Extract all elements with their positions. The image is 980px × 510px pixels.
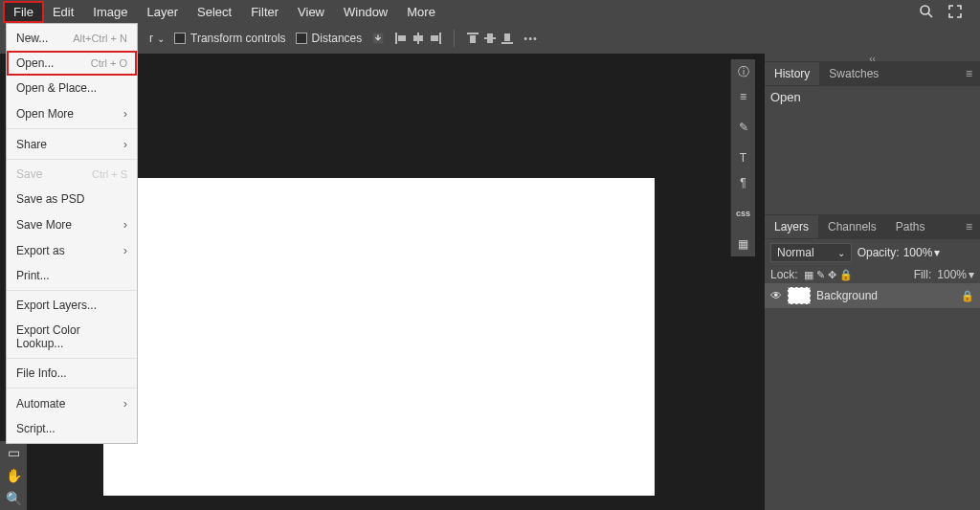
lock-all-icon[interactable]: 🔒 — [839, 269, 853, 281]
transform-controls-toggle[interactable]: Transform controls — [174, 32, 286, 45]
file-menu-item-label: Open & Place... — [16, 81, 97, 95]
fill-label: Fill: — [914, 268, 932, 281]
file-menu-item-label: Share — [16, 138, 47, 151]
menu-image[interactable]: Image — [83, 2, 137, 22]
search-icon[interactable] — [919, 4, 947, 19]
lock-position-icon[interactable]: ✥ — [828, 269, 836, 281]
svg-line-1 — [928, 13, 932, 17]
fill-control[interactable]: 100% ▾ — [937, 268, 974, 281]
menu-window[interactable]: Window — [334, 2, 397, 22]
tool-zoom-icon[interactable]: 🔍 — [0, 487, 27, 510]
fullscreen-icon[interactable] — [947, 4, 976, 19]
lock-icon: 🔒 — [961, 290, 974, 302]
layer-controls-row: Normal ⌄ Opacity: 100% ▾ — [765, 239, 980, 266]
history-panel-menu-icon[interactable]: ≡ — [958, 67, 980, 80]
lock-transparency-icon[interactable]: ▦ — [804, 269, 813, 281]
menu-file[interactable]: File — [4, 2, 43, 22]
layers-panel-menu-icon[interactable]: ≡ — [958, 220, 980, 233]
layers-list: 👁 Background 🔒 — [765, 283, 980, 510]
right-panels: ‹‹ History Swatches ≡ Open Layers Channe… — [765, 54, 980, 510]
file-menu-item[interactable]: New...Alt+Ctrl + N — [7, 26, 137, 51]
lock-label: Lock: — [770, 268, 798, 281]
file-menu-item[interactable]: Open & Place... — [7, 76, 137, 100]
info-icon[interactable]: ⓘ — [731, 59, 755, 84]
file-menu-item: SaveCtrl + S — [7, 162, 137, 187]
file-menu-item-label: Save as PSD — [16, 192, 84, 206]
layer-thumbnail[interactable] — [788, 287, 811, 304]
svg-point-0 — [921, 6, 929, 14]
history-item[interactable]: Open — [770, 90, 974, 104]
file-menu-item[interactable]: Script... — [7, 416, 137, 441]
align-center-h-icon[interactable] — [412, 32, 425, 45]
thumbnail-icon[interactable]: ▦ — [731, 232, 755, 256]
tab-history[interactable]: History — [765, 62, 819, 85]
more-options-icon[interactable]: ••• — [523, 33, 538, 44]
layer-name: Background — [816, 289, 955, 302]
file-menu-item-label: Export Layers... — [16, 299, 97, 312]
history-panel-tabs: History Swatches ≡ — [765, 61, 980, 86]
file-menu-item-label: Script... — [16, 422, 56, 435]
svg-rect-7 — [439, 33, 441, 44]
paragraph-icon[interactable]: ¶ — [731, 170, 755, 195]
file-menu-item-label: File Info... — [16, 366, 67, 380]
file-menu-item[interactable]: Automate — [7, 390, 137, 416]
menu-view[interactable]: View — [288, 2, 334, 22]
options-bar: r ⌄ Transform controls Distances ••• — [0, 23, 980, 54]
align-right-icon[interactable] — [429, 32, 442, 45]
menu-more[interactable]: More — [397, 2, 445, 22]
tool-rectangle-icon[interactable]: ▭ — [0, 441, 27, 464]
text-icon[interactable]: T — [731, 145, 755, 170]
brush-icon[interactable]: ✎ — [731, 115, 755, 140]
file-menu-item[interactable]: Open...Ctrl + O — [7, 51, 137, 76]
file-menu-item[interactable]: File Info... — [7, 361, 137, 386]
lock-pixels-icon[interactable]: ✎ — [816, 269, 825, 281]
file-menu-item[interactable]: Export Layers... — [7, 293, 137, 318]
file-menu-item[interactable]: Export Color Lookup... — [7, 318, 137, 356]
layers-panel-tabs: Layers Channels Paths ≡ — [765, 214, 980, 239]
svg-rect-14 — [504, 33, 510, 41]
distances-toggle[interactable]: Distances — [296, 32, 363, 45]
lines-icon[interactable]: ≡ — [731, 84, 755, 109]
checkbox-icon — [174, 33, 186, 44]
menu-separator — [7, 290, 137, 291]
file-menu-item[interactable]: Export as — [7, 237, 137, 263]
panel-collapse-icon[interactable]: ‹‹ — [765, 54, 980, 61]
svg-rect-12 — [487, 33, 493, 43]
menu-layer[interactable]: Layer — [138, 2, 189, 22]
layer-row[interactable]: 👁 Background 🔒 — [765, 283, 980, 308]
file-menu-item[interactable]: Open More — [7, 100, 137, 126]
file-menu-item[interactable]: Share — [7, 131, 137, 157]
align-top-icon[interactable] — [466, 32, 479, 45]
opacity-value: 100% — [903, 246, 933, 259]
tab-channels[interactable]: Channels — [818, 215, 886, 238]
tool-hand-icon[interactable]: ✋ — [0, 464, 27, 487]
file-menu-item[interactable]: Print... — [7, 263, 137, 288]
css-icon[interactable]: css — [731, 201, 755, 226]
align-middle-icon[interactable] — [483, 32, 497, 45]
file-menu-item-label: Automate — [16, 397, 65, 410]
menu-separator — [7, 159, 137, 160]
tab-swatches[interactable]: Swatches — [819, 62, 888, 85]
tab-layers[interactable]: Layers — [765, 215, 818, 238]
download-icon[interactable] — [371, 32, 385, 45]
menu-filter[interactable]: Filter — [241, 2, 288, 22]
svg-rect-4 — [398, 35, 406, 41]
visibility-eye-icon[interactable]: 👁 — [770, 289, 782, 302]
options-dropdown[interactable]: r ⌄ — [149, 32, 165, 45]
lock-icons-group: ▦ ✎ ✥ 🔒 — [804, 269, 853, 281]
opacity-control[interactable]: Opacity: 100% ▾ — [858, 246, 941, 259]
document-canvas[interactable] — [103, 178, 655, 496]
menu-edit[interactable]: Edit — [43, 2, 83, 22]
blend-mode-select[interactable]: Normal ⌄ — [770, 243, 852, 262]
file-menu-item-label: Save — [16, 167, 42, 181]
svg-rect-10 — [470, 35, 476, 43]
file-menu-item[interactable]: Save as PSD — [7, 187, 137, 211]
chevron-down-icon: ⌄ — [837, 248, 845, 258]
menu-select[interactable]: Select — [188, 2, 241, 22]
align-left-icon[interactable] — [394, 32, 408, 45]
align-bottom-icon[interactable] — [501, 32, 514, 45]
menu-separator — [7, 358, 137, 359]
svg-rect-9 — [467, 33, 479, 34]
tab-paths[interactable]: Paths — [886, 215, 935, 238]
file-menu-item[interactable]: Save More — [7, 211, 137, 237]
